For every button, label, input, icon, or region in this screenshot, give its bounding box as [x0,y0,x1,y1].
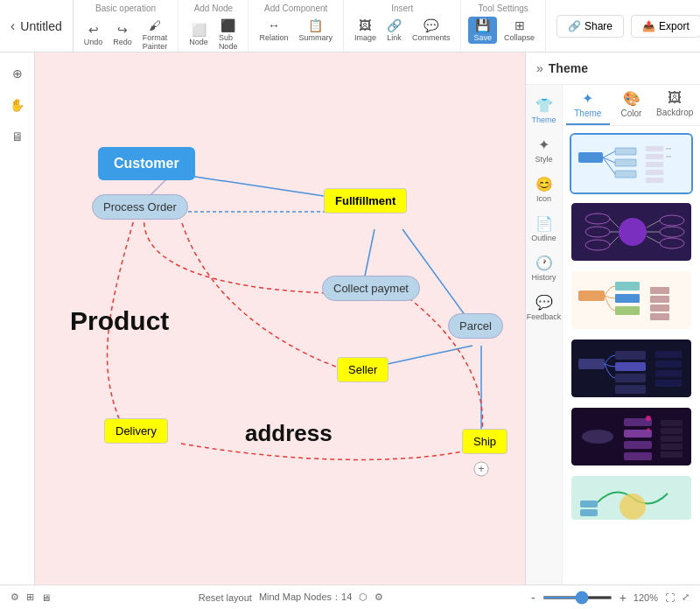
link-icon: 🔗 [387,18,402,32]
svg-rect-56 [661,420,682,426]
collect-payment-node[interactable]: Collect paymet [322,276,420,301]
parcel-node[interactable]: Parcel [448,313,503,339]
node-icon: ⬜ [192,23,206,37]
save-button[interactable]: 💾 Save [468,17,497,44]
feedback-sidebar-button[interactable]: 💬 Feedback [527,289,562,326]
svg-rect-15 [646,162,663,167]
document-title[interactable]: Untitled [20,19,61,33]
export-button[interactable]: 📤 Export [631,15,700,38]
right-panel: » Theme 👕 Theme ✦ Style 😊 Icon 📄 [525,52,700,584]
theme-item-2[interactable] [570,201,693,262]
svg-text:+: + [478,463,484,475]
collapse-button[interactable]: ⊞ Collapse [500,17,538,44]
theme-item-4[interactable] [570,338,693,399]
format-painter-button[interactable]: 🖌 Format Painter [139,17,172,52]
expand-panel-button[interactable]: » [536,61,543,75]
svg-rect-16 [646,170,663,175]
grid-status-icon[interactable]: ⊞ [26,592,34,603]
add-component-section: Add Component ↔ Relation 📋 Summary [248,0,344,52]
basic-operation-icons: ↩ Undo ↪ Redo 🖌 Format Painter [80,17,172,52]
redo-button[interactable]: ↪ Redo [109,21,136,48]
zoom-in-button[interactable]: + [620,591,626,605]
svg-rect-43 [615,351,646,360]
monitor-status-icon[interactable]: 🖥 [41,592,51,603]
seller-node[interactable]: Seller [337,357,388,382]
ship-node[interactable]: Ship [462,429,508,454]
svg-rect-49 [655,370,682,377]
basic-operation-section: Basic operation ↩ Undo ↪ Redo 🖌 Format P… [74,0,179,52]
insert-section: Insert 🖼 Image 🔗 Link 💬 Comments [344,0,462,52]
screen-tool-button[interactable]: 🖥 [4,122,32,150]
link-button[interactable]: 🔗 Link [383,17,405,44]
summary-button[interactable]: 📋 Summary [295,17,336,44]
relation-button[interactable]: ↔ Relation [256,17,291,44]
comments-icon: 💬 [424,18,438,32]
zoom-level-display: 120% [634,592,658,603]
toolbar: ‹ Untitled Basic operation ↩ Undo ↪ Redo… [0,0,700,52]
share-button[interactable]: 🔗 Share [556,15,624,38]
theme-preview-2 [571,203,691,261]
svg-point-7 [474,462,488,476]
svg-line-31 [647,220,660,228]
status-settings-icon[interactable]: ⚙ [374,592,383,603]
svg-rect-17 [646,178,663,183]
theme-preview-4 [571,340,691,397]
shirt-icon: 👕 [536,97,553,114]
svg-rect-14 [646,154,663,159]
history-sidebar-button[interactable]: 🕐 History [527,249,562,287]
customer-node[interactable]: Customer [98,147,195,180]
backdrop-sub-tab[interactable]: 🖼 Backdrop [653,85,696,125]
reset-layout-button[interactable]: Reset layout [199,592,252,603]
outline-icon: 📄 [536,215,553,232]
fullscreen-button[interactable]: ⤢ [682,592,690,603]
theme-item-1[interactable] [570,133,693,194]
comments-button[interactable]: 💬 Comments [409,17,454,44]
settings-status-icon[interactable]: ⚙ [10,592,19,603]
svg-point-24 [585,240,610,250]
outline-sidebar-button[interactable]: 📄 Outline [527,210,562,248]
canvas-area[interactable]: + Customer Process Order Fullfillment Co… [35,52,525,584]
theme-content-area: ✦ Theme 🎨 Color 🖼 Backdrop [563,85,700,584]
svg-rect-12 [615,171,636,178]
svg-point-51 [582,430,613,444]
undo-button[interactable]: ↩ Undo [80,21,107,48]
color-sub-tab[interactable]: 🎨 Color [610,85,654,125]
back-button[interactable]: ‹ [10,18,15,34]
sub-node-button[interactable]: ⬛ Sub Node [215,17,242,52]
style-sidebar-button[interactable]: ✦ Style [527,131,562,169]
svg-rect-64 [580,500,598,508]
delivery-node[interactable]: Delivery [104,418,168,444]
theme-main-sidebar-button[interactable]: 👕 Theme [527,92,562,130]
node-button[interactable]: ⬜ Node [186,21,212,48]
theme-item-6[interactable] [570,474,693,536]
status-bar-left: ⚙ ⊞ 🖥 [10,592,51,603]
svg-line-28 [610,219,619,228]
icon-sidebar-button[interactable]: 😊 Icon [527,171,562,208]
zoom-slider[interactable] [542,596,612,599]
zoom-out-button[interactable]: - [531,591,536,605]
collapse-icon: ⊞ [514,18,525,32]
hand-tool-button[interactable]: ✋ [4,91,32,119]
tool-settings-section: Tool Settings 💾 Save ⊞ Collapse [461,0,546,52]
image-button[interactable]: 🖼 Image [351,17,380,44]
insert-label: Insert [391,4,413,13]
fit-screen-button[interactable]: ⛶ [665,592,675,603]
svg-rect-60 [661,452,682,458]
product-text-node[interactable]: Product [70,306,169,336]
redo-icon: ↪ [117,23,128,37]
format-painter-icon: 🖌 [149,18,161,32]
theme-item-3[interactable] [570,270,693,331]
svg-rect-13 [646,146,663,151]
tool-settings-icons: 💾 Save ⊞ Collapse [468,17,538,44]
fullfillment-node[interactable]: Fullfillment [324,188,407,214]
pointer-tool-button[interactable]: ⊕ [4,60,32,88]
address-text-node[interactable]: address [245,420,332,447]
theme-sub-tab[interactable]: ✦ Theme [566,85,610,125]
status-bar: ⚙ ⊞ 🖥 Reset layout Mind Map Nodes：14 ⬡ ⚙… [0,584,700,609]
theme-preview-1 [571,135,691,192]
relation-icon: ↔ [268,18,280,32]
theme-item-5[interactable] [570,406,693,467]
svg-point-63 [620,494,646,520]
process-order-node[interactable]: Process Order [92,194,188,220]
svg-rect-65 [580,509,598,516]
